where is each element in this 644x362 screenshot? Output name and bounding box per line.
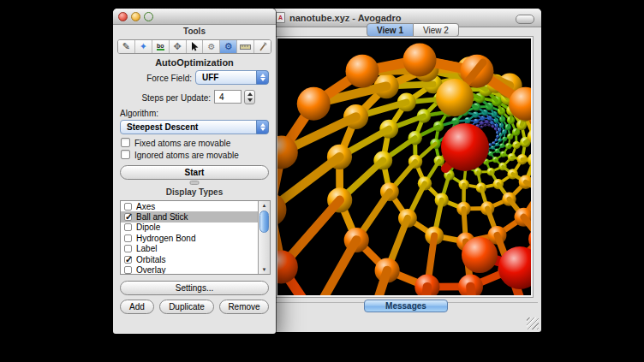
display-type-label: Axes bbox=[136, 202, 155, 211]
algorithm-select[interactable]: Steepest Descent bbox=[120, 120, 269, 134]
display-type-label: Label bbox=[136, 244, 157, 253]
display-type-checkbox[interactable] bbox=[124, 245, 132, 252]
close-button[interactable] bbox=[118, 12, 128, 21]
pencil-icon: ✎ bbox=[122, 42, 130, 51]
scroll-up-arrow[interactable]: ▲ bbox=[259, 201, 270, 210]
steps-input[interactable]: 4 bbox=[214, 90, 242, 104]
duplicate-button[interactable]: Duplicate bbox=[159, 300, 214, 314]
add-button[interactable]: Add bbox=[120, 300, 154, 314]
tools-panel-window: Tools ✎ ✦ bo ✥ ⚙ bbox=[113, 9, 276, 334]
tab-view-1[interactable]: View 1 bbox=[367, 23, 414, 37]
fixed-atoms-checkbox[interactable] bbox=[121, 138, 130, 147]
display-type-label: Hydrogen Bond bbox=[136, 234, 196, 243]
display-types-header: Display Types bbox=[113, 185, 276, 199]
tool-navigate[interactable]: ✦ bbox=[135, 40, 152, 53]
tool-measure[interactable] bbox=[237, 40, 254, 53]
list-scrollbar[interactable]: ▲ ▼ bbox=[258, 201, 270, 274]
tool-bond-centric[interactable]: bo bbox=[152, 40, 170, 53]
autoopt-title: AutoOptimization bbox=[113, 57, 276, 68]
display-type-row[interactable]: Hydrogen Bond bbox=[121, 233, 270, 243]
display-type-label: Dipole bbox=[136, 223, 160, 232]
start-button[interactable]: Start bbox=[120, 165, 269, 180]
tool-align[interactable] bbox=[254, 40, 271, 53]
tab-view-2[interactable]: View 2 bbox=[414, 23, 459, 37]
navigate-star-icon: ✦ bbox=[140, 42, 147, 51]
gl-viewport[interactable] bbox=[276, 37, 533, 297]
document-icon: A bbox=[276, 12, 285, 23]
toolbar-lozenge-button[interactable] bbox=[516, 15, 534, 24]
main-window-title: nanotube.xyz - Avogadro bbox=[289, 13, 402, 23]
tool-manipulate[interactable]: ✥ bbox=[170, 40, 187, 53]
display-type-row[interactable]: Axes bbox=[121, 201, 270, 211]
window-controls bbox=[118, 12, 153, 21]
force-field-label: Force Field: bbox=[116, 74, 192, 83]
steps-value: 4 bbox=[219, 92, 224, 102]
tool-auto-optimize[interactable]: ⚙ bbox=[220, 40, 237, 53]
display-type-checkbox[interactable] bbox=[124, 256, 132, 264]
steps-label: Steps per Update: bbox=[116, 93, 211, 103]
display-type-row[interactable]: Ball and Stick bbox=[121, 211, 270, 222]
tools-dock-header: Tools bbox=[113, 24, 276, 38]
display-type-row[interactable]: Label bbox=[121, 244, 270, 254]
axe-icon bbox=[259, 42, 267, 51]
view-tab-bar: View 1 View 2 bbox=[367, 23, 459, 37]
popup-arrows-icon bbox=[256, 70, 269, 85]
desktop: { "main_window": { "title": "nanotube.xy… bbox=[0, 0, 644, 362]
display-type-row[interactable]: Overlay bbox=[121, 264, 270, 275]
manipulate-hand-icon: ✥ bbox=[174, 42, 182, 51]
display-types-list: AxesBall and StickDipoleHydrogen BondLab… bbox=[120, 200, 271, 275]
stepper-down[interactable] bbox=[245, 98, 254, 104]
popup-arrows-icon bbox=[256, 120, 269, 134]
ruler-icon bbox=[240, 44, 251, 50]
display-type-checkbox[interactable] bbox=[124, 266, 132, 274]
tool-select[interactable] bbox=[187, 40, 204, 53]
fixed-atoms-label: Fixed atoms are movable bbox=[134, 139, 230, 148]
display-type-label: Overlay bbox=[136, 265, 165, 275]
minimize-button[interactable] bbox=[131, 12, 140, 21]
display-type-checkbox[interactable] bbox=[124, 213, 132, 221]
settings-button[interactable]: Settings... bbox=[120, 281, 269, 295]
display-type-checkbox[interactable] bbox=[124, 223, 132, 231]
algorithm-label: Algorithm: bbox=[120, 109, 158, 118]
cursor-arrow-icon bbox=[191, 42, 199, 51]
main-window: A nanotube.xyz - Avogadro View 1 View 2 … bbox=[271, 9, 541, 332]
scroll-down-arrow[interactable]: ▼ bbox=[259, 265, 270, 274]
display-type-label: Ball and Stick bbox=[136, 212, 188, 222]
force-field-select[interactable]: UFF bbox=[195, 70, 269, 85]
messages-button[interactable]: Messages bbox=[364, 300, 448, 312]
zoom-button[interactable] bbox=[144, 12, 153, 21]
tool-auto-rotate[interactable]: ⚙ bbox=[203, 40, 220, 53]
ignored-atoms-checkbox[interactable] bbox=[121, 150, 130, 159]
gears-icon: ⚙ bbox=[207, 43, 215, 51]
ignored-atoms-label: Ignored atoms are movable bbox=[134, 151, 239, 160]
force-field-value: UFF bbox=[202, 73, 218, 82]
gear-icon: ⚙ bbox=[224, 42, 233, 51]
tool-selector-toolbar: ✎ ✦ bo ✥ ⚙ ⚙ bbox=[117, 39, 271, 54]
display-type-label: Orbitals bbox=[136, 255, 165, 264]
display-type-row[interactable]: Dipole bbox=[121, 223, 270, 233]
scrollbar-thumb[interactable] bbox=[259, 211, 269, 233]
tools-panel-titlebar[interactable] bbox=[113, 9, 276, 25]
tool-draw[interactable]: ✎ bbox=[118, 40, 135, 53]
display-type-checkbox[interactable] bbox=[124, 234, 132, 242]
display-types-title: Display Types bbox=[166, 187, 224, 197]
bond-centric-icon: bo bbox=[157, 43, 164, 50]
tools-dock-title: Tools bbox=[183, 27, 206, 36]
resize-grip[interactable] bbox=[527, 317, 539, 329]
stepper-up[interactable] bbox=[245, 91, 254, 98]
display-type-checkbox[interactable] bbox=[124, 203, 132, 211]
remove-button[interactable]: Remove bbox=[219, 300, 269, 314]
display-type-row[interactable]: Orbitals bbox=[121, 254, 270, 264]
nanotube-render bbox=[277, 39, 531, 295]
algorithm-value: Steepest Descent bbox=[127, 122, 198, 132]
steps-stepper[interactable] bbox=[244, 90, 255, 104]
